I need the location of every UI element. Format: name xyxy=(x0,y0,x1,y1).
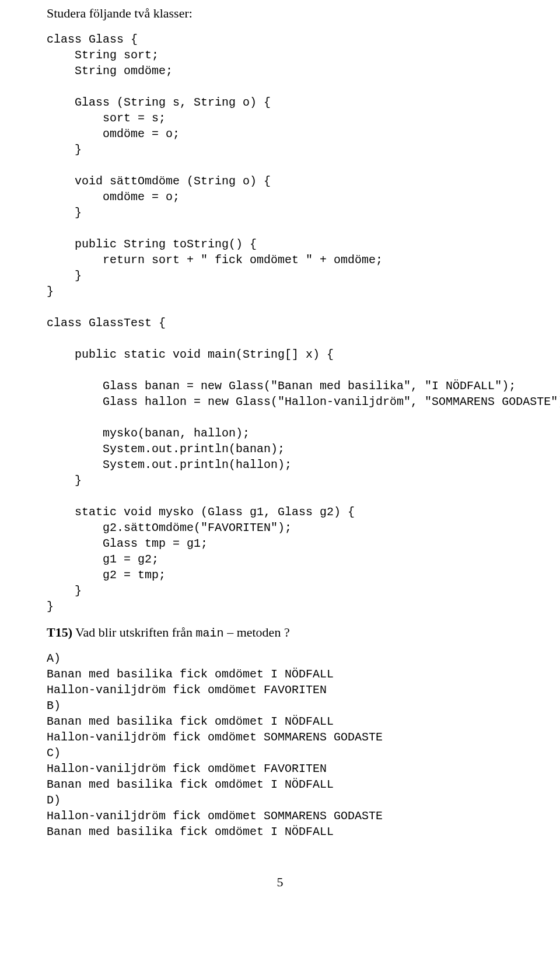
code-block: class Glass { String sort; String omdöme… xyxy=(47,32,513,614)
question-text-before: Vad blir utskriften från xyxy=(72,625,196,639)
page-number: 5 xyxy=(47,875,513,890)
intro-text: Studera följande två klasser: xyxy=(47,6,513,21)
question-text-after: – metoden ? xyxy=(224,625,290,639)
answers-block: A) Banan med basilika fick omdömet I NÖD… xyxy=(47,651,513,840)
question-line: T15) Vad blir utskriften från main – met… xyxy=(47,625,513,640)
question-label: T15) xyxy=(47,625,72,639)
page-container: Studera följande två klasser: class Glas… xyxy=(0,0,560,913)
question-mono: main xyxy=(196,627,224,640)
